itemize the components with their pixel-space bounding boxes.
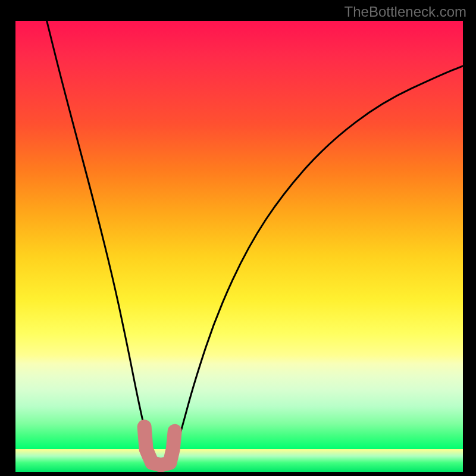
- bottom-marker: [145, 427, 175, 465]
- chart-svg: [15, 21, 463, 472]
- watermark-text: TheBottleneck.com: [345, 4, 466, 20]
- main-curve: [47, 21, 463, 463]
- chart-plot-area: [15, 21, 463, 472]
